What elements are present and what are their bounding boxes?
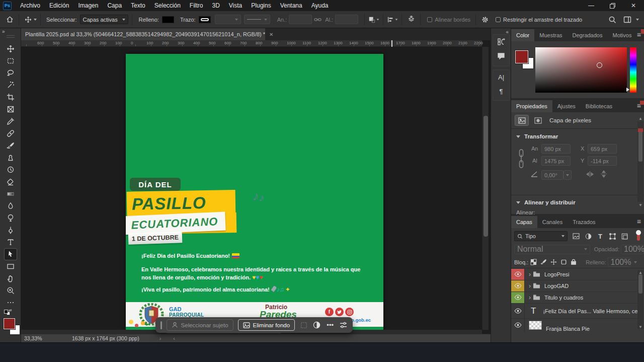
stroke-swatch[interactable]	[199, 16, 211, 23]
layer-row[interactable]: › LogoGAD	[511, 280, 638, 292]
transform-section-header[interactable]: Transformar	[511, 129, 644, 139]
menu-selección[interactable]: Selección	[150, 2, 185, 9]
group-expand-icon[interactable]: ›	[529, 294, 531, 301]
flip-horizontal-icon[interactable]	[586, 171, 594, 178]
lock-pixels-icon[interactable]	[538, 257, 548, 267]
hue-slider-marker[interactable]	[626, 88, 629, 92]
fill-input[interactable]: 100%	[608, 257, 631, 267]
lasso-tool[interactable]	[5, 67, 17, 79]
filter-adjustment-layers-icon[interactable]	[583, 231, 594, 241]
width-value[interactable]: 980 px	[541, 144, 571, 154]
menu-imagen[interactable]: Imagen	[73, 2, 103, 9]
path-operations-icon[interactable]	[368, 14, 379, 25]
canvas-area[interactable]: DÍA DEL PASILLO ♪♪ ECUATORIANO 1 DE OCTU…	[21, 47, 482, 330]
menu-edición[interactable]: Edición	[45, 2, 73, 9]
history-brush-tool[interactable]	[5, 164, 17, 175]
dodge-tool[interactable]	[5, 212, 17, 224]
character-panel-icon[interactable]: A|	[493, 70, 509, 84]
home-icon[interactable]	[4, 14, 15, 25]
stroke-type-dropdown[interactable]	[244, 15, 270, 24]
panel-menu-icon[interactable]: ≡	[637, 31, 641, 39]
scroll-down-icon[interactable]: ▼	[638, 203, 642, 207]
taskbar-drag-handle[interactable]	[160, 321, 162, 329]
eraser-tool[interactable]	[5, 176, 17, 187]
filter-smart-objects-icon[interactable]	[619, 231, 630, 241]
opacity-input[interactable]: 100%	[621, 245, 644, 254]
menu-ayuda[interactable]: Ayuda	[307, 2, 333, 9]
rectangle-tool[interactable]	[5, 261, 17, 272]
tab-ajustes[interactable]: Ajustes	[552, 100, 581, 112]
adjustments-icon[interactable]	[312, 321, 321, 329]
select-subject-button[interactable]: Seleccionar sujeto	[167, 319, 233, 331]
color-cursor[interactable]	[597, 62, 602, 68]
transform-icon[interactable]	[299, 322, 308, 329]
gear-icon[interactable]	[479, 14, 491, 25]
zoom-tool[interactable]	[5, 285, 17, 296]
tab-motivos[interactable]: Motivos	[607, 29, 636, 41]
horizontal-ruler[interactable]: 6005004003002001000100200300400500600700…	[21, 40, 482, 47]
visibility-toggle[interactable]	[511, 304, 525, 318]
hue-slider[interactable]	[630, 47, 636, 93]
scroll-up-icon[interactable]: ▲	[638, 116, 642, 121]
tab-capas[interactable]: Capas	[511, 216, 537, 228]
menu-archivo[interactable]: Archivo	[16, 2, 45, 9]
link-dimensions-icon[interactable]	[312, 14, 323, 25]
restore-button[interactable]	[602, 0, 623, 11]
constrain-path-checkbox[interactable]	[496, 17, 501, 22]
tab-canales[interactable]: Canales	[537, 216, 568, 228]
close-button[interactable]: ✕	[623, 0, 644, 11]
menu-3d[interactable]: 3D	[207, 2, 224, 9]
tab-bibliotecas[interactable]: Bibliotecas	[581, 100, 617, 112]
width-input[interactable]	[289, 15, 312, 24]
gradient-tool[interactable]	[5, 188, 17, 199]
more-tools[interactable]	[5, 297, 17, 308]
layer-row[interactable]: › LogoPresi	[511, 269, 638, 280]
menu-plugins[interactable]: Plugins	[247, 2, 275, 9]
menu-texto[interactable]: Texto	[126, 2, 150, 9]
tab-muestras[interactable]: Muestras	[534, 29, 567, 41]
layer-row[interactable]: Franja Blanca Pie	[511, 319, 638, 332]
tab-propiedades[interactable]: Propiedades	[511, 100, 552, 112]
lock-artboard-icon[interactable]	[558, 257, 569, 267]
foreground-color-swatch[interactable]	[515, 50, 528, 63]
blend-mode-dropdown[interactable]: Normal	[514, 245, 590, 254]
marquee-tool[interactable]	[5, 55, 17, 66]
scroll-up-icon[interactable]: ▲	[638, 270, 642, 275]
filter-shape-layers-icon[interactable]	[607, 231, 618, 241]
path-arrangement-icon[interactable]	[406, 14, 417, 25]
height-value[interactable]: 1475 px	[541, 156, 571, 166]
pen-tool[interactable]	[5, 225, 17, 236]
comments-icon[interactable]	[493, 49, 509, 63]
lock-position-icon[interactable]	[548, 257, 558, 267]
select-mode-dropdown[interactable]: Capas activas	[80, 15, 128, 24]
lock-all-icon[interactable]	[569, 257, 579, 267]
visibility-toggle[interactable]	[511, 269, 525, 280]
y-value[interactable]: -114 px	[588, 156, 617, 166]
align-section-header[interactable]: Alinear y distribuir	[511, 195, 644, 205]
lock-transparent-icon[interactable]	[528, 257, 538, 267]
document-tab[interactable]: Plantilla 2025.psd al 33,3% (504664122_5…	[21, 28, 265, 40]
layer-row[interactable]: T ¡Feliz Día del Pas... Valle Hermoso, c…	[511, 304, 638, 319]
menu-capa[interactable]: Capa	[103, 2, 126, 9]
panel-menu-icon[interactable]: ≡	[637, 218, 641, 226]
tab-degradados[interactable]: Degradados	[568, 29, 608, 41]
blur-tool[interactable]	[5, 200, 17, 211]
object-selection-tool[interactable]	[5, 80, 17, 91]
group-expand-icon[interactable]: ›	[529, 282, 531, 289]
menu-vista[interactable]: Vista	[224, 2, 247, 9]
foreground-color-swatch[interactable]	[4, 318, 15, 329]
status-arrows[interactable]: ›‹	[159, 335, 187, 341]
tab-close-icon[interactable]: ✕	[269, 32, 273, 37]
fill-swatch[interactable]	[162, 16, 174, 23]
filter-type-layers-icon[interactable]: T	[595, 231, 606, 241]
tab-trazados[interactable]: Trazados	[568, 216, 600, 228]
tab-color[interactable]: Color	[511, 29, 534, 41]
visibility-toggle[interactable]	[511, 280, 525, 292]
path-selection-tool[interactable]	[5, 249, 17, 260]
crop-tool[interactable]	[5, 92, 17, 103]
paragraph-panel-icon[interactable]: ¶	[493, 84, 509, 98]
layer-filter-dropdown[interactable]: Tipo	[514, 231, 568, 241]
frame-tool[interactable]	[5, 104, 17, 115]
zoom-level[interactable]: 33,33%	[24, 335, 72, 341]
mask-icon[interactable]	[531, 115, 544, 125]
